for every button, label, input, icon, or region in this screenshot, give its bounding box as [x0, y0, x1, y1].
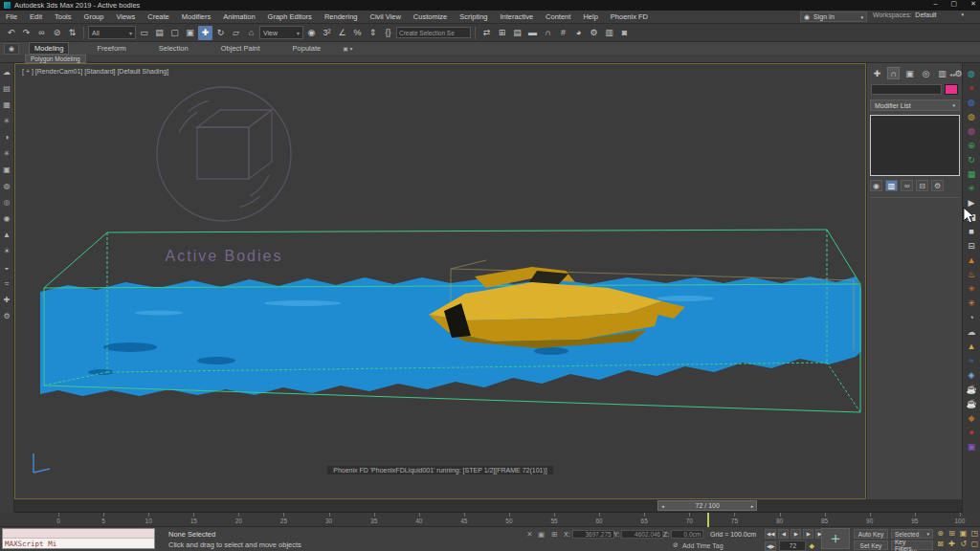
menu-content[interactable]: Content [546, 12, 570, 21]
material-editor-icon[interactable]: ◕ [571, 26, 586, 40]
pan-icon[interactable]: ✚ [947, 539, 957, 549]
delete-cache-button[interactable]: ⊟ [966, 239, 978, 252]
y-coordinate-field[interactable]: 4602.046 [621, 530, 663, 539]
next-frame-button[interactable]: ▶ [803, 529, 813, 539]
phoenix-path-icon[interactable]: ↻ [966, 153, 978, 165]
stop-simulation-button[interactable]: ■ [966, 225, 978, 237]
field-of-view-icon[interactable]: ⊠ [935, 539, 946, 549]
configure-modifier-sets-button[interactable]: ⚙ [931, 180, 944, 191]
unlink-icon[interactable]: ⊘ [50, 26, 64, 40]
workspace-dropdown[interactable]: Default ▾ [915, 11, 964, 18]
undo-icon[interactable]: ↶ [4, 26, 18, 40]
phoenix-particle-icon[interactable]: ◍ [966, 124, 978, 137]
key-mode-toggle[interactable]: ◀▶ [765, 541, 776, 551]
preset-beer-icon[interactable]: ☕ [966, 383, 978, 395]
curve-editor-icon[interactable]: ∩ [541, 26, 555, 40]
menu-interactive[interactable]: Interactive [500, 12, 533, 21]
menu-edit[interactable]: Edit [30, 12, 42, 21]
polygon-modeling-panel-button[interactable]: Polygon Modeling [25, 55, 86, 63]
selection-lock-icon[interactable]: ▣ [536, 529, 546, 540]
select-rotate-icon[interactable]: ↻ [213, 26, 228, 40]
ribbon-tab-object-paint[interactable]: Object Paint [216, 43, 265, 54]
zoom-all-icon[interactable]: ⊞ [947, 528, 957, 539]
menu-views[interactable]: Views [116, 12, 135, 21]
snap-toggle-icon[interactable]: 3² [320, 26, 334, 40]
object-color-swatch[interactable] [945, 84, 958, 95]
window-crossing-icon[interactable]: ▣ [183, 26, 197, 40]
render-setup-icon[interactable]: ⚙ [587, 26, 601, 40]
phoenix-grid-icon[interactable]: ▦ [966, 167, 978, 180]
ring-icon[interactable]: ◎ [2, 197, 12, 208]
menu-rendering[interactable]: Rendering [324, 12, 358, 21]
percent-snap-icon[interactable]: % [350, 26, 365, 40]
schematic-view-icon[interactable]: # [556, 26, 570, 40]
select-link-icon[interactable]: ∞ [34, 26, 49, 40]
list-icon[interactable]: ▦ [2, 99, 12, 110]
mirror-icon[interactable]: ⇄ [479, 26, 494, 40]
preset-ink-icon[interactable]: ◆ [966, 411, 978, 424]
spinner-snap-icon[interactable]: ⇕ [366, 26, 380, 40]
go-to-start-button[interactable]: ◀◀ [765, 529, 776, 539]
ribbon-config-icon[interactable]: ▣ ▾ [343, 45, 352, 52]
half-circle-icon[interactable]: ◑ [2, 132, 12, 143]
ribbon-tab-modeling[interactable]: Modeling [29, 42, 69, 55]
make-unique-button[interactable]: ∞ [901, 180, 913, 191]
pin-stack-button[interactable]: ◉ [870, 180, 882, 191]
preset-clock-icon[interactable]: ◔ [966, 311, 978, 323]
phoenix-fire-sim-icon[interactable]: ● [966, 81, 978, 94]
named-selection-sets-input[interactable] [396, 27, 471, 38]
ribbon-toggle-icon[interactable]: ▬ [525, 26, 540, 40]
preset-purple-icon[interactable]: ▣ [966, 440, 978, 452]
cloud-icon[interactable]: ☁ [2, 67, 12, 77]
cp-tab-motion[interactable]: ◎ [920, 67, 932, 79]
auto-key-button[interactable]: Auto Key [854, 529, 888, 539]
show-end-result-button[interactable]: ▥ [885, 180, 898, 191]
play-animation-button[interactable]: ▶ [791, 529, 801, 539]
phoenix-node-icon[interactable]: ⊕ [966, 139, 978, 151]
phoenix-mapper-icon[interactable]: ◍ [966, 110, 978, 122]
phoenix-turbine-icon[interactable]: ✳ [966, 182, 978, 194]
preset-explosion-icon[interactable]: ✳ [966, 282, 978, 295]
isolate-selection-icon[interactable]: ✕ [524, 529, 535, 540]
sign-in-button[interactable]: ◉ Sign In ▾ [800, 11, 867, 22]
z-coordinate-field[interactable]: 0.0cm [671, 530, 703, 539]
maxscript-mini-listener[interactable]: MAXScript Mi [2, 528, 155, 549]
panel-scroll-arrows-icon[interactable]: ◂▸ [949, 71, 957, 77]
modifier-list-dropdown[interactable]: Modifier List ▾ [870, 99, 960, 111]
set-key-button[interactable]: Set Key [854, 540, 888, 550]
ribbon-tab-freeform[interactable]: Freeform [92, 43, 130, 54]
minimize-button[interactable]: – [934, 0, 938, 8]
add-keyframe-button[interactable]: ＋ [821, 528, 850, 549]
use-pivot-center-icon[interactable]: ◉ [304, 26, 319, 40]
menu-scripting[interactable]: Scripting [459, 12, 487, 21]
panel-icon[interactable]: ▤ [2, 83, 12, 94]
ribbon-tab-populate[interactable]: Populate [288, 43, 326, 54]
object-name-field[interactable] [871, 84, 942, 95]
menu-group[interactable]: Group [84, 12, 104, 21]
slide-icon[interactable]: ▣ [2, 165, 12, 175]
menu-create[interactable]: Create [147, 12, 169, 21]
add-time-tag-button[interactable]: ⊘ Add Time Tag [673, 541, 724, 549]
cp-tab-hierarchy[interactable]: ▣ [903, 67, 916, 79]
menu-animation[interactable]: Animation [223, 12, 255, 21]
preset-splash-icon[interactable]: ◈ [966, 368, 978, 381]
preset-coffee-icon[interactable]: ☕ [966, 397, 978, 409]
x-coordinate-field[interactable]: 3697.275 [572, 530, 614, 539]
dome-icon[interactable]: ◍ [2, 181, 12, 191]
rendered-frame-icon[interactable]: ▥ [602, 26, 616, 40]
key-icon[interactable]: ◆ [809, 542, 813, 550]
menu-file[interactable]: File [6, 12, 17, 21]
orbit-icon[interactable]: ↺ [958, 539, 969, 549]
angle-snap-icon[interactable]: ∠ [335, 26, 349, 40]
menu-civil-view[interactable]: Civil View [369, 12, 400, 21]
modifier-stack[interactable] [870, 115, 960, 176]
preset-red-icon[interactable]: ● [966, 426, 978, 438]
previous-frame-button[interactable]: ◀ [778, 529, 789, 539]
title-bar[interactable]: Autodesk 3ds Max 2019 - Active bodies –▢… [0, 0, 980, 11]
menu-customize[interactable]: Customize [413, 12, 447, 21]
layer-manager-icon[interactable]: ▤ [510, 26, 524, 40]
select-place-icon[interactable]: ⌂ [244, 26, 258, 40]
close-button[interactable]: ✕ [970, 0, 976, 8]
remove-modifier-button[interactable]: ⊟ [916, 180, 928, 191]
flower-icon[interactable]: ✳ [2, 148, 12, 159]
